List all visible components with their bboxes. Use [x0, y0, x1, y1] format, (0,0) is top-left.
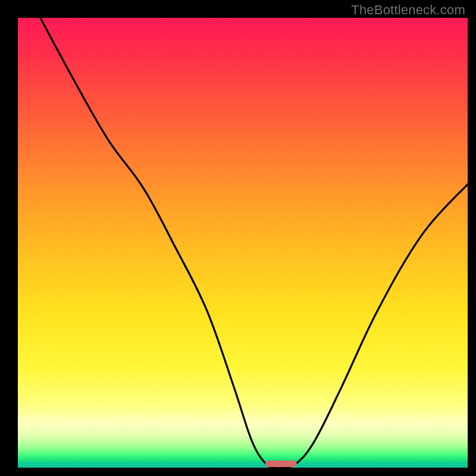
- chart-container: TheBottleneck.com: [0, 0, 476, 476]
- plot-area: [18, 18, 468, 468]
- severity-gradient-background: [18, 18, 468, 468]
- watermark-text: TheBottleneck.com: [351, 2, 465, 18]
